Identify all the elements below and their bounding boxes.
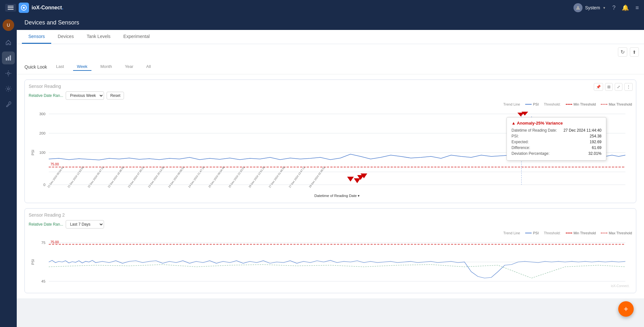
legend-max-threshold: Max Threshold — [601, 102, 632, 106]
svg-text:100: 100 — [39, 151, 45, 154]
tab-sensors[interactable]: Sensors — [22, 30, 51, 44]
chart2-threshold-label: Threshold: — [544, 231, 561, 235]
ql-week[interactable]: Week — [73, 63, 91, 71]
svg-marker-25 — [347, 177, 354, 182]
chart1-header: Sensor Reading 📌 ⊞ ⤢ ⋮ — [29, 84, 632, 89]
chart1-more-btn[interactable]: ⋮ — [624, 83, 633, 91]
svg-text:200: 200 — [39, 131, 45, 135]
chart2-legend-max: Max Threshold — [601, 231, 632, 235]
svg-point-1 — [23, 7, 25, 9]
svg-text:45: 45 — [41, 279, 45, 283]
tooltip-psi-row: PSI: 254.38 — [511, 134, 601, 138]
svg-text:27 Dec 2024 01:46:56: 27 Dec 2024 01:46:56 — [268, 166, 286, 188]
svg-rect-5 — [10, 55, 11, 61]
svg-text:27 Dec 2024 13:47:11: 27 Dec 2024 13:47:11 — [288, 166, 306, 188]
toolbar-row: ↻ ⬆ — [17, 44, 644, 60]
svg-text:21 Dec 2024 00:04:41: 21 Dec 2024 00:04:41 — [47, 166, 65, 188]
hamburger-button[interactable] — [5, 4, 16, 12]
chart2-legend: Trend Line PSI Threshold: Min Threshold — [29, 231, 632, 235]
chart2-filter-label: Relative Date Ran... — [29, 222, 63, 227]
svg-text:26 Dec 2024 12:51:26: 26 Dec 2024 12:51:26 — [248, 166, 266, 188]
legend-threshold-label: Threshold: — [544, 102, 561, 106]
logo-icon — [19, 3, 29, 13]
svg-text:22 Dec 2024 18:36:56: 22 Dec 2024 18:36:56 — [107, 166, 125, 188]
sidebar-item-wrench[interactable] — [2, 98, 15, 111]
tooltip-datetime-row: Datetime of Reading Date: 27 Dec 2024 11… — [511, 128, 601, 133]
tab-experimental[interactable]: Experimental — [117, 30, 156, 44]
chart1-actions: 📌 ⊞ ⤢ ⋮ — [594, 83, 633, 91]
svg-point-7 — [7, 88, 9, 90]
ql-last[interactable]: Last — [52, 63, 68, 71]
user-menu[interactable]: System ▼ — [573, 3, 606, 12]
more-menu-icon[interactable]: ≡ — [635, 5, 639, 11]
chart1-title: Sensor Reading — [29, 84, 61, 89]
legend-trend-line-label: Trend Line — [503, 102, 520, 106]
chart2-legend-min: Min Threshold — [566, 231, 596, 235]
main-layout: U Devices and Sensors Sensors Devices — [0, 15, 644, 327]
user-avatar — [573, 3, 582, 12]
chart2-header: Sensor Reading 2 — [29, 212, 632, 218]
svg-rect-4 — [8, 57, 9, 61]
svg-text:24 Dec 2024 21:47:16: 24 Dec 2024 21:47:16 — [188, 166, 205, 188]
logo-area: ioX-Connect. — [5, 3, 570, 13]
chart2-filter-row: Relative Date Ran... Last 7 Days Previou… — [29, 220, 632, 229]
fab-button[interactable]: + — [618, 301, 634, 317]
chart2-legend-trend-label: Trend Line — [503, 231, 520, 235]
svg-marker-26 — [354, 178, 361, 183]
chart1-filter-row: Relative Date Ran... Previous Week Last … — [29, 91, 632, 100]
svg-text:Datetime of Reading Date ▾: Datetime of Reading Date ▾ — [314, 194, 360, 198]
tab-devices[interactable]: Devices — [51, 30, 80, 44]
chart1-pin-btn[interactable]: 📌 — [594, 83, 603, 91]
chart1-table-btn[interactable]: ⊞ — [605, 83, 613, 91]
chart2-svg: 75 45 PSI 75.00 — [29, 236, 632, 288]
chart2-date-select[interactable]: Last 7 Days Previous Week Last 30 Days — [66, 220, 104, 229]
page-header: Devices and Sensors — [17, 15, 644, 30]
svg-text:75.00: 75.00 — [51, 240, 59, 244]
tooltip-deviation-row: Deviation Percentage: 32.01% — [511, 151, 601, 156]
svg-text:300: 300 — [39, 112, 45, 116]
sidebar: U — [0, 15, 17, 327]
chart1-reset-btn[interactable]: Reset — [107, 92, 124, 99]
help-icon[interactable]: ? — [612, 5, 615, 11]
logo-dot: . — [62, 5, 63, 10]
chart1-expand-btn[interactable]: ⤢ — [615, 83, 622, 91]
export-button[interactable]: ⬆ — [630, 47, 639, 57]
svg-text:28 Dec 2024 02:36:51: 28 Dec 2024 02:36:51 — [308, 166, 326, 188]
svg-text:25 Dec 2024 22:33:01: 25 Dec 2024 22:33:01 — [228, 166, 246, 188]
sidebar-item-chart[interactable] — [2, 51, 15, 64]
chart1-date-select[interactable]: Previous Week Last 7 Days Last 30 Days — [66, 91, 104, 100]
legend-psi: PSI — [525, 102, 539, 106]
notification-icon[interactable]: 🔔 — [622, 4, 629, 11]
charts-container: Sensor Reading 📌 ⊞ ⤢ ⋮ Relative Date Ran… — [17, 74, 644, 298]
tab-tank-levels[interactable]: Tank Levels — [80, 30, 117, 44]
chart1-legend: Trend Line PSI Threshold: Min Threshold — [29, 102, 632, 106]
reload-button[interactable]: ↻ — [618, 47, 627, 57]
chart1-area: 300 200 100 0 PSI 75.00 — [29, 107, 632, 199]
toolbar-actions: ↻ ⬆ — [618, 47, 639, 57]
svg-point-6 — [7, 72, 9, 74]
chart2-area: 75 45 PSI 75.00 ioX-Connect. — [29, 236, 632, 289]
anomaly-tooltip: ▲ Anomaly-25% Variance Datetime of Readi… — [507, 117, 606, 161]
ql-month[interactable]: Month — [97, 63, 116, 71]
svg-text:24 Dec 2024 09:08:51: 24 Dec 2024 09:08:51 — [167, 166, 185, 188]
user-name: System — [585, 5, 600, 10]
tabs-bar: Sensors Devices Tank Levels Experimental — [17, 30, 644, 44]
tooltip-expected-row: Expected: 192.69 — [511, 140, 601, 144]
sidebar-avatar: U — [3, 19, 14, 31]
tooltip-difference-row: Difference: 61.69 — [511, 145, 601, 150]
svg-text:0: 0 — [43, 183, 45, 187]
ql-all[interactable]: All — [142, 63, 155, 71]
top-navigation: ioX-Connect. System ▼ ? 🔔 ≡ — [0, 0, 644, 15]
sidebar-item-settings[interactable] — [2, 67, 15, 80]
chart-panel-1: Sensor Reading 📌 ⊞ ⤢ ⋮ Relative Date Ran… — [24, 79, 636, 203]
quick-look-bar: Quick Look Last Week Month Year All — [17, 60, 644, 74]
svg-text:75: 75 — [41, 241, 45, 245]
sidebar-item-gear[interactable] — [2, 82, 15, 95]
legend-min-threshold: Min Threshold — [566, 102, 596, 106]
svg-text:23 Dec 2024 20:14:36: 23 Dec 2024 20:14:36 — [147, 166, 165, 188]
chart-panel-2: Sensor Reading 2 Relative Date Ran... La… — [24, 208, 636, 293]
sidebar-item-home[interactable] — [2, 36, 15, 49]
ql-year[interactable]: Year — [121, 63, 137, 71]
svg-text:PSI: PSI — [31, 259, 34, 265]
chart2-title: Sensor Reading 2 — [29, 212, 65, 218]
